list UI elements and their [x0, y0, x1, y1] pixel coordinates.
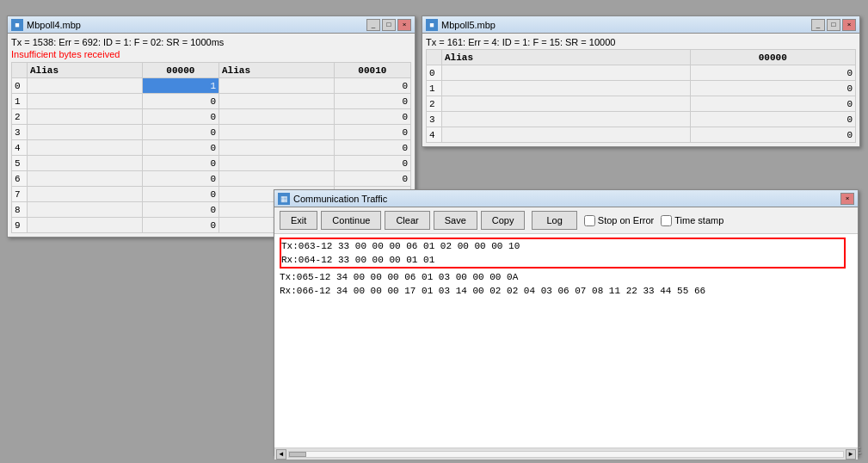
- row-val2: 0: [334, 156, 410, 171]
- window-icon-2: ■: [426, 19, 438, 31]
- row-alias1: [28, 140, 143, 156]
- title-bar-buttons-1: _ □ ×: [366, 19, 411, 31]
- stop-on-error-checkbox[interactable]: [584, 215, 595, 226]
- minimize-btn-2[interactable]: _: [811, 19, 825, 31]
- row-val1: 0: [142, 156, 219, 171]
- row-val1: 0: [690, 65, 855, 81]
- row-alias1: [28, 171, 143, 187]
- row-index: 1: [12, 94, 28, 109]
- row-val2: 0: [334, 78, 410, 94]
- row-val1: 1: [142, 78, 219, 94]
- col-index-2: [427, 50, 442, 65]
- table-row: 20: [427, 96, 856, 112]
- row-alias1: [28, 187, 143, 202]
- save-button[interactable]: Save: [434, 211, 477, 230]
- row-alias2: [219, 156, 334, 171]
- table-row: 300: [12, 125, 411, 140]
- poll-window-2: ■ Mbpoll5.mbp _ □ × Tx = 161: Err = 4: I…: [422, 15, 860, 147]
- scroll-track[interactable]: [288, 451, 844, 458]
- scroll-left-arrow[interactable]: ◄: [276, 449, 286, 460]
- window-title-2: Mbpoll5.mbp: [441, 20, 811, 30]
- row-index: 2: [427, 96, 442, 112]
- window-icon-comm: ▦: [278, 193, 290, 205]
- highlighted-log-box: Tx:063-12 33 00 00 00 06 01 02 00 00 00 …: [280, 238, 846, 269]
- row-index: 2: [12, 109, 28, 125]
- row-alias1: [442, 127, 691, 143]
- table-row: 10: [427, 81, 856, 96]
- title-bar-buttons-comm: ×: [840, 193, 854, 205]
- time-stamp-label[interactable]: Time stamp: [661, 215, 723, 226]
- row-val2: 0: [334, 140, 410, 156]
- row-index: 9: [12, 218, 28, 233]
- row-val2: 0: [334, 94, 410, 109]
- row-index: 7: [12, 187, 28, 202]
- close-btn-comm[interactable]: ×: [840, 193, 854, 205]
- window-title-comm: Communication Traffic: [293, 194, 840, 204]
- row-alias1: [28, 218, 143, 233]
- row-val1: 0: [690, 127, 855, 143]
- stop-on-error-label[interactable]: Stop on Error: [584, 215, 654, 226]
- row-val1: 0: [690, 81, 855, 96]
- restore-btn-2[interactable]: □: [827, 19, 840, 31]
- row-alias1: [28, 125, 143, 140]
- row-alias1: [28, 94, 143, 109]
- status-line-1: Tx = 1538: Err = 692: ID = 1: F = 02: SR…: [11, 37, 411, 47]
- time-stamp-text: Time stamp: [674, 215, 723, 225]
- row-index: 4: [12, 140, 28, 156]
- row-index: 3: [427, 112, 442, 127]
- title-bar-2: ■ Mbpoll5.mbp _ □ ×: [422, 16, 859, 34]
- row-val1: 0: [142, 202, 219, 218]
- row-val2: 0: [334, 109, 410, 125]
- row-val2: 0: [334, 171, 410, 187]
- col-alias-2: Alias: [442, 50, 691, 65]
- row-index: 1: [427, 81, 442, 96]
- time-stamp-checkbox[interactable]: [661, 215, 672, 226]
- stop-on-error-text: Stop on Error: [598, 215, 654, 225]
- title-bar-comm: ▦ Communication Traffic ×: [274, 190, 858, 207]
- table-row: 010: [12, 78, 411, 94]
- row-alias1: [28, 78, 143, 94]
- close-btn-2[interactable]: ×: [842, 19, 856, 31]
- row-index: 3: [12, 125, 28, 140]
- row-index: 0: [427, 65, 442, 81]
- col-alias2-1: Alias: [219, 63, 334, 78]
- row-val1: 0: [142, 171, 219, 187]
- row-alias2: [219, 109, 334, 125]
- table-row: 200: [12, 109, 411, 125]
- log-button[interactable]: Log: [532, 211, 576, 230]
- col-index-1: [12, 63, 28, 78]
- row-alias1: [442, 81, 691, 96]
- table-row: 600: [12, 171, 411, 187]
- row-alias2: [219, 78, 334, 94]
- table-row: 100: [12, 94, 411, 109]
- status-line-2: Tx = 161: Err = 4: ID = 1: F = 15: SR = …: [426, 37, 856, 47]
- exit-button[interactable]: Exit: [280, 211, 317, 230]
- row-alias2: [219, 171, 334, 187]
- table-row: 40: [427, 127, 856, 143]
- clear-button[interactable]: Clear: [385, 211, 429, 230]
- window-icon-1: ■: [11, 19, 23, 31]
- row-val1: 0: [142, 125, 219, 140]
- comm-traffic-window: ▦ Communication Traffic × Exit Continue …: [274, 189, 859, 456]
- minimize-btn-1[interactable]: _: [366, 19, 380, 31]
- continue-button[interactable]: Continue: [321, 211, 381, 230]
- window-title-1: Mbpoll4.mbp: [27, 20, 366, 30]
- scroll-thumb[interactable]: [289, 452, 306, 457]
- scrollbar-horizontal[interactable]: ◄ ►: [274, 448, 858, 460]
- row-val1: 0: [142, 94, 219, 109]
- table-row: 00: [427, 65, 856, 81]
- row-index: 5: [12, 156, 28, 171]
- close-btn-1[interactable]: ×: [397, 19, 411, 31]
- row-alias1: [442, 112, 691, 127]
- error-line-1: Insufficient bytes received: [11, 49, 411, 59]
- log-line: Tx:065-12 34 00 00 00 06 01 03 00 00 00 …: [280, 270, 853, 284]
- row-index: 6: [12, 171, 28, 187]
- row-val2: 0: [334, 125, 410, 140]
- scroll-right-arrow[interactable]: ►: [846, 449, 856, 460]
- copy-button[interactable]: Copy: [481, 211, 526, 230]
- col-00010-1: 00010: [334, 63, 410, 78]
- restore-btn-1[interactable]: □: [382, 19, 396, 31]
- row-val1: 0: [690, 96, 855, 112]
- traffic-log: Tx:063-12 33 00 00 00 06 01 02 00 00 00 …: [274, 234, 858, 448]
- row-alias1: [28, 156, 143, 171]
